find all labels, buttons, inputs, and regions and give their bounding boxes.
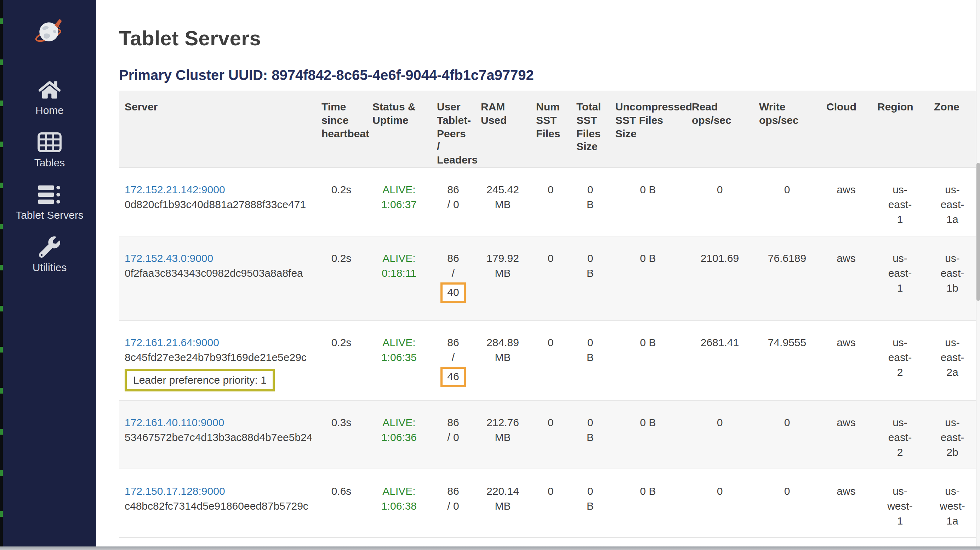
status-label: ALIVE:: [372, 483, 426, 498]
cell-write-ops: 0: [753, 469, 821, 537]
sidebar-item-home[interactable]: Home: [35, 79, 64, 116]
cell-uncompressed-sst-size: 0 B: [610, 236, 686, 320]
cell-server: 172.152.21.142:9000 0d820cf1b93c40d881a2…: [119, 167, 316, 236]
peers-count: 86: [437, 250, 469, 265]
cell-zone: us- east- 1a: [928, 167, 977, 236]
col-num-sst-files: Num SST Files: [530, 91, 571, 167]
yugabyte-logo-icon[interactable]: [33, 16, 66, 48]
status-label: ALIVE:: [372, 250, 426, 265]
server-uuid: 8c45fd27e3e24b7b93f169de21e5e29c: [125, 350, 310, 365]
sidebar-item-label: Home: [35, 104, 64, 116]
cell-ram: 179.92 MB: [475, 236, 530, 320]
sidebar-item-tables[interactable]: Tables: [34, 132, 65, 168]
cell-region: us- east- 2: [872, 320, 928, 400]
cell-cloud: aws: [821, 469, 872, 537]
cell-cloud: aws: [821, 320, 872, 400]
home-icon: [38, 79, 61, 100]
cell-read-ops: 2101.69: [686, 236, 753, 320]
server-link[interactable]: 172.152.21.142:9000: [125, 183, 225, 196]
col-ram-used: RAM Used: [475, 91, 530, 167]
cell-tablet-peers: 86 / 0: [431, 469, 475, 537]
cell-zone: us- east- 1b: [928, 236, 977, 320]
server-link[interactable]: 172.161.21.64:9000: [125, 336, 219, 348]
window-bottom-edge: [0, 547, 980, 550]
uptime-value: 0:18:11: [372, 265, 426, 281]
cell-server: 172.161.21.64:9000 8c45fd27e3e24b7b93f16…: [119, 320, 316, 400]
peers-leaders-slash: /: [437, 350, 469, 365]
col-write-ops: Write ops/sec: [753, 91, 821, 167]
col-heartbeat: Time since heartbeat: [316, 91, 367, 167]
cell-status: ALIVE: 1:06:36: [367, 400, 431, 469]
cell-uncompressed-sst-size: 0 B: [610, 469, 686, 537]
server-link[interactable]: 172.152.43.0:9000: [125, 252, 213, 264]
cell-write-ops: 74.9555: [753, 320, 821, 400]
server-link[interactable]: 172.150.17.128:9000: [125, 485, 225, 496]
scrollbar-thumb[interactable]: [977, 163, 980, 301]
cell-heartbeat: 0.2s: [316, 167, 367, 236]
uptime-value: 1:06:36: [372, 430, 426, 445]
cell-num-sst: 0: [530, 469, 571, 537]
col-uncompressed-sst-size: Uncompressed SST Files Size: [610, 91, 686, 167]
page-title: Tablet Servers: [119, 27, 977, 50]
tablet-servers-table: Server Time since heartbeat Status & Upt…: [119, 91, 977, 537]
cell-tablet-peers: 86 / 0: [431, 400, 475, 469]
peers-leaders-slash: /: [437, 265, 469, 281]
scrollbar[interactable]: [976, 0, 980, 547]
utilities-wrench-icon: [39, 237, 60, 258]
cell-num-sst: 0: [530, 167, 571, 236]
cell-uncompressed-sst-size: 0 B: [610, 320, 686, 400]
tablet-servers-icon: [37, 184, 62, 205]
table-row: 172.152.43.0:9000 0f2faa3c834343c0982dc9…: [119, 236, 977, 320]
sidebar: Home Tables: [3, 0, 96, 547]
cell-region: us- east- 1: [872, 236, 928, 320]
sidebar-item-tablet-servers[interactable]: Tablet Servers: [16, 184, 84, 221]
cell-region: us- east- 1: [872, 167, 928, 236]
uptime-value: 1:06:37: [372, 197, 426, 212]
cell-total-sst-size: 0 B: [571, 320, 610, 400]
col-region: Region: [872, 91, 928, 167]
table-row: 172.150.17.128:9000 c48bc82fc7314d5e9186…: [119, 469, 977, 537]
status-label: ALIVE:: [372, 334, 426, 350]
cell-zone: us- west- 1a: [928, 469, 977, 537]
app-window: Home Tables: [0, 0, 980, 550]
cell-total-sst-size: 0 B: [571, 236, 610, 320]
cell-heartbeat: 0.6s: [316, 469, 367, 537]
cell-cloud: aws: [821, 400, 872, 469]
cell-server: 172.152.43.0:9000 0f2faa3c834343c0982dc9…: [119, 236, 316, 320]
status-label: ALIVE:: [372, 182, 426, 197]
cell-ram: 245.42 MB: [475, 167, 530, 236]
cell-server: 172.150.17.128:9000 c48bc82fc7314d5e9186…: [119, 469, 316, 537]
cell-read-ops: 0: [686, 167, 753, 236]
leaders-highlight-box: 40: [440, 283, 466, 303]
cell-status: ALIVE: 1:06:37: [367, 167, 431, 236]
peers-count: 86: [437, 415, 469, 430]
col-read-ops: Read ops/sec: [686, 91, 753, 167]
cell-num-sst: 0: [530, 236, 571, 320]
cell-heartbeat: 0.2s: [316, 320, 367, 400]
col-tablet-peers-leaders: User Tablet-Peers / Leaders: [431, 91, 475, 167]
server-link[interactable]: 172.161.40.110:9000: [125, 416, 224, 428]
tables-icon: [38, 132, 62, 153]
main-content: Tablet Servers Primary Cluster UUID: 897…: [96, 0, 977, 547]
cell-ram: 284.89 MB: [475, 320, 530, 400]
cell-write-ops: 0: [753, 167, 821, 236]
table-row: 172.152.21.142:9000 0d820cf1b93c40d881a2…: [119, 167, 977, 236]
cluster-uuid-heading: Primary Cluster UUID: 8974f842-8c65-4e6f…: [119, 67, 977, 84]
leaders-count: / 0: [437, 197, 469, 212]
col-zone: Zone: [928, 91, 977, 167]
col-server: Server: [119, 91, 316, 167]
peers-count: 86: [437, 182, 469, 197]
cell-uncompressed-sst-size: 0 B: [610, 400, 686, 469]
cell-heartbeat: 0.2s: [316, 236, 367, 320]
cell-ram: 220.14 MB: [475, 469, 530, 537]
cell-tablet-peers: 86 / 40: [431, 236, 475, 320]
server-uuid: c48bc82fc7314d5e91860eed87b5729c: [125, 498, 310, 513]
cell-read-ops: 2681.41: [686, 320, 753, 400]
sidebar-item-utilities[interactable]: Utilities: [33, 237, 67, 273]
sidebar-item-label: Utilities: [33, 261, 67, 273]
cell-tablet-peers: 86 / 46: [431, 320, 475, 400]
table-row: 172.161.40.110:9000 53467572be7c4d13b3ac…: [119, 400, 977, 469]
cell-cloud: aws: [821, 236, 872, 320]
server-uuid: 0f2faa3c834343c0982dc9503a8a8fea: [125, 265, 310, 281]
cell-region: us- east- 2: [872, 400, 928, 469]
